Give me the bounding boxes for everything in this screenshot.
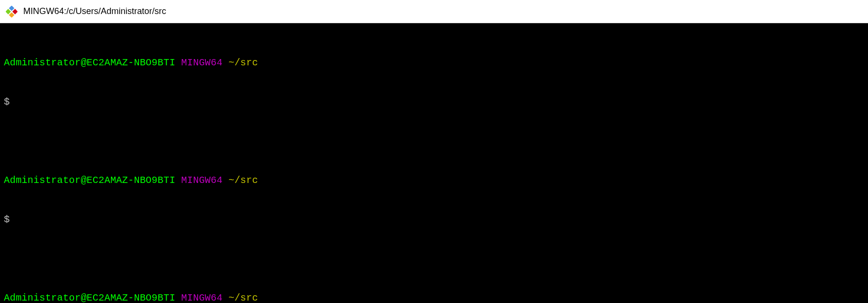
svg-rect-0 xyxy=(9,6,14,11)
svg-rect-1 xyxy=(12,9,17,14)
prompt-line: Administrator@EC2AMAZ-NBO9BTI MINGW64 ~/… xyxy=(4,56,864,69)
blank-line xyxy=(4,135,864,148)
prompt-line: Administrator@EC2AMAZ-NBO9BTI MINGW64 ~/… xyxy=(4,291,864,303)
cwd-path: ~/src xyxy=(229,175,258,186)
prompt-symbol-line: $ xyxy=(4,213,864,226)
user-host: Administrator@EC2AMAZ-NBO9BTI xyxy=(4,175,175,186)
prompt-symbol: $ xyxy=(4,214,10,225)
window-titlebar: MINGW64:/c/Users/Administrator/src xyxy=(0,0,868,23)
prompt-symbol: $ xyxy=(4,96,10,107)
cwd-path: ~/src xyxy=(229,292,258,303)
blank-line xyxy=(4,252,864,265)
env-label: MINGW64 xyxy=(181,292,222,303)
user-host: Administrator@EC2AMAZ-NBO9BTI xyxy=(4,57,175,68)
terminal-body[interactable]: Administrator@EC2AMAZ-NBO9BTI MINGW64 ~/… xyxy=(0,23,868,303)
user-host: Administrator@EC2AMAZ-NBO9BTI xyxy=(4,292,175,303)
env-label: MINGW64 xyxy=(181,57,222,68)
svg-rect-3 xyxy=(9,12,14,17)
svg-rect-2 xyxy=(6,9,11,14)
cwd-path: ~/src xyxy=(229,57,258,68)
prompt-line: Administrator@EC2AMAZ-NBO9BTI MINGW64 ~/… xyxy=(4,174,864,187)
env-label: MINGW64 xyxy=(181,175,222,186)
mingw-icon xyxy=(6,6,17,17)
window-title: MINGW64:/c/Users/Administrator/src xyxy=(23,6,166,16)
prompt-symbol-line: $ xyxy=(4,95,864,108)
